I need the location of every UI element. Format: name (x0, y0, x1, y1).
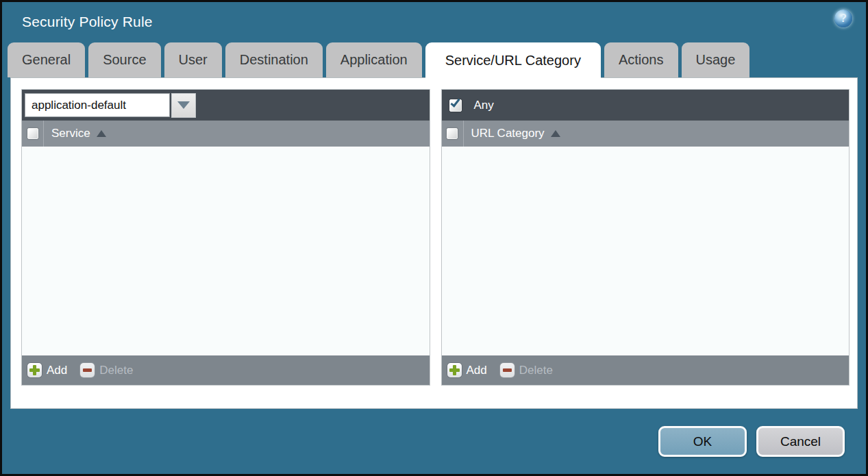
plus-icon (447, 363, 462, 377)
title-bar: Security Policy Rule ? (2, 2, 866, 42)
delete-button-label: Delete (519, 364, 553, 377)
cancel-button[interactable]: Cancel (756, 426, 845, 457)
url-category-panel: Any URL Category Add Delete (441, 89, 850, 386)
add-button-label: Add (467, 364, 487, 377)
tab-service-url-category[interactable]: Service/URL Category (425, 42, 601, 78)
ok-button[interactable]: OK (658, 426, 747, 457)
minus-icon (500, 363, 514, 377)
tab-bar: General Source User Destination Applicat… (2, 42, 866, 77)
service-toolbar (22, 90, 430, 121)
service-panel: Service Add Delete (21, 89, 430, 386)
service-footer-toolbar: Add Delete (22, 355, 430, 385)
url-category-delete-button[interactable]: Delete (500, 363, 553, 377)
security-policy-rule-dialog: Security Policy Rule ? General Source Us… (0, 0, 868, 476)
minus-icon (80, 363, 95, 377)
tab-user[interactable]: User (164, 42, 222, 77)
service-select-all-cell (22, 121, 44, 147)
plus-icon (27, 363, 42, 377)
tab-content: Service Add Delete (10, 77, 858, 409)
tab-actions[interactable]: Actions (604, 42, 678, 77)
service-select-all-checkbox[interactable] (27, 128, 38, 139)
sort-asc-icon[interactable] (97, 130, 106, 137)
url-category-table-body (442, 147, 850, 355)
service-column-header: Service (51, 127, 90, 140)
tab-destination[interactable]: Destination (225, 42, 323, 77)
url-category-column-header: URL Category (471, 127, 545, 140)
url-category-select-all-cell (442, 121, 464, 147)
any-checkbox[interactable] (449, 99, 462, 112)
dialog-button-row: OK Cancel (2, 409, 866, 474)
url-category-table-header: URL Category (442, 121, 850, 147)
any-checkbox-cell (445, 90, 467, 121)
help-icon[interactable]: ? (834, 10, 852, 27)
url-category-add-button[interactable]: Add (447, 363, 487, 377)
sort-asc-icon[interactable] (551, 130, 560, 137)
url-category-footer-toolbar: Add Delete (442, 355, 850, 385)
checkmark-icon (450, 97, 460, 107)
service-dropdown-input[interactable] (25, 93, 170, 117)
add-button-label: Add (47, 364, 67, 377)
delete-button-label: Delete (99, 364, 133, 377)
tab-source[interactable]: Source (88, 42, 160, 77)
chevron-down-icon (177, 101, 190, 109)
service-add-button[interactable]: Add (27, 363, 67, 377)
url-category-select-all-checkbox[interactable] (447, 128, 458, 139)
url-category-toolbar: Any (442, 90, 850, 121)
tab-usage[interactable]: Usage (682, 42, 750, 77)
tab-general[interactable]: General (8, 42, 85, 77)
service-table-header: Service (22, 121, 430, 147)
page-title: Security Policy Rule (22, 14, 153, 30)
service-dropdown-button[interactable] (171, 93, 196, 118)
service-delete-button[interactable]: Delete (80, 363, 133, 377)
service-table-body (22, 147, 430, 355)
tab-application[interactable]: Application (326, 42, 422, 77)
any-label: Any (474, 99, 494, 112)
